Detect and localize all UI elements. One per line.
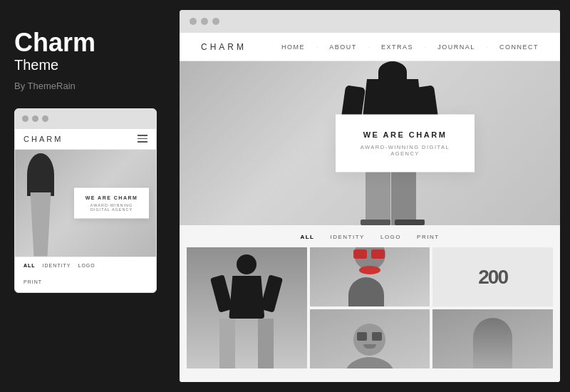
mobile-filter-logo[interactable]: LOGO [78,263,95,268]
mobile-hero-card: WE ARE CHARM AWARD-WINNING DIGITAL AGENC… [74,187,149,218]
nav-journal[interactable]: JOURNAL [437,43,475,51]
mobile-dot-1 [22,115,28,122]
mobile-logo: CHARM [24,135,63,143]
mobile-filter-bar: ALL IDENTITY LOGO [15,257,156,274]
mobile-nav: CHARM [15,129,156,150]
desktop-hero-title: WE ARE CHARM [357,130,453,139]
filter-print[interactable]: PRINT [417,234,440,240]
nav-sep-3: · [425,43,426,51]
mobile-filter-print[interactable]: PRINT [24,279,42,284]
title-charm: Charm [14,29,157,57]
desktop-nav: CHARM HOME · ABOUT · EXTRAS · JOURNAL · … [180,33,560,61]
grid-item-3 [187,247,307,368]
browser-bar [180,10,560,33]
nav-extras[interactable]: EXTRAS [381,43,413,51]
filter-identity[interactable]: IDENTITY [330,234,364,240]
mobile-hero-title: WE ARE CHARM [83,195,140,200]
portfolio-number: 200 [478,266,507,289]
nav-connect[interactable]: CONNECT [499,43,539,51]
main-preview: CHARM HOME · ABOUT · EXTRAS · JOURNAL · … [180,10,560,382]
filter-logo[interactable]: LOGO [380,234,401,240]
browser-dot-3 [212,18,219,25]
mobile-filter-all[interactable]: ALL [24,263,36,268]
portfolio-grid: 200 [180,247,560,374]
browser-content: CHARM HOME · ABOUT · EXTRAS · JOURNAL · … [180,33,560,382]
author-label: By ThemeRain [14,81,157,91]
browser-dot-1 [190,18,197,25]
mobile-dot-3 [42,115,48,122]
nav-sep-4: · [487,43,488,51]
mobile-filter-row2: PRINT [15,274,156,292]
nav-home[interactable]: HOME [281,43,305,51]
nav-about[interactable]: ABOUT [329,43,357,51]
grid-item-5 [432,309,553,368]
portfolio-filter: ALL IDENTITY LOGO PRINT [180,225,560,247]
mobile-hero: WE ARE CHARM AWARD-WINNING DIGITAL AGENC… [15,150,156,257]
filter-all[interactable]: ALL [300,234,314,240]
hamburger-icon[interactable] [138,135,147,143]
browser-dot-2 [201,18,208,25]
mobile-dot-2 [32,115,38,122]
nav-sep-1: · [316,43,318,51]
mobile-preview: CHARM WE ARE CHARM AWARD-WINNING DIGITAL… [14,108,157,293]
desktop-hero: WE ARE CHARM AWARD-WINNING DIGITAL AGENC… [180,61,560,225]
grid-item-2: 200 [432,247,553,306]
desktop-hero-card: WE ARE CHARM AWARD-WINNING DIGITAL AGENC… [336,115,475,172]
mobile-titlebar [15,109,156,129]
portfolio-section: ALL IDENTITY LOGO PRINT [180,225,560,382]
grid-item-1 [310,247,430,306]
desktop-menu: HOME · ABOUT · EXTRAS · JOURNAL · CONNEC… [281,43,539,51]
grid-item-4 [310,309,430,368]
desktop-hero-subtitle: AWARD-WINNING DIGITAL AGENCY [357,144,453,157]
nav-sep-2: · [368,43,370,51]
theme-title: Charm Theme By ThemeRain [14,29,157,108]
mobile-hero-subtitle: AWARD-WINNING DIGITAL AGENCY [83,202,140,211]
title-theme: Theme [14,57,157,73]
mobile-filter-identity[interactable]: IDENTITY [43,263,71,268]
sidebar: Charm Theme By ThemeRain CHARM [0,0,171,392]
desktop-logo: CHARM [201,42,247,52]
